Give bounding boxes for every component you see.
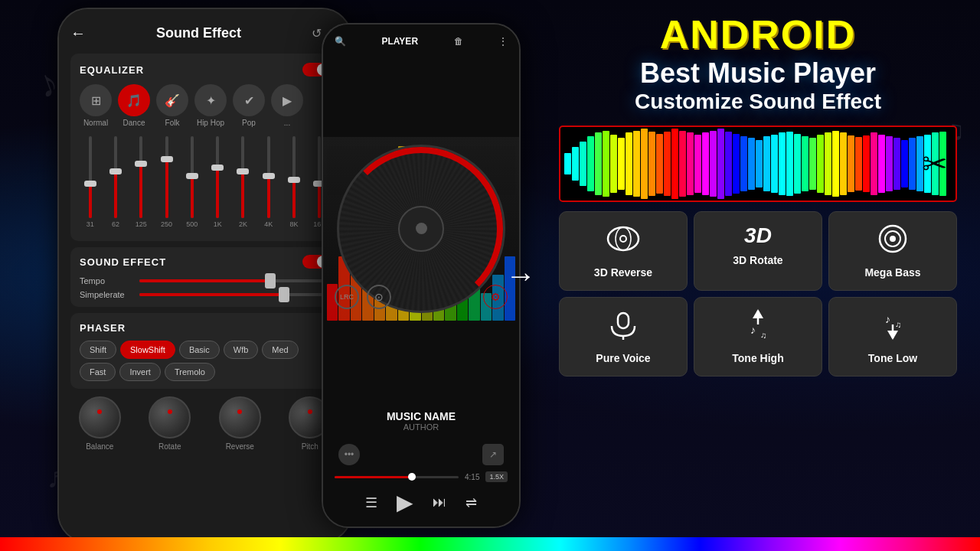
tempo-label: Tempo <box>80 276 133 285</box>
pure-voice-icon <box>604 309 642 346</box>
eq-band-500[interactable]: 500 <box>181 136 202 228</box>
phaser-med[interactable]: Med <box>262 341 298 359</box>
preset-normal[interactable]: ⊞ Normal <box>80 84 112 127</box>
eq-band-8k[interactable]: 8K <box>283 136 304 228</box>
knob-reverse-item: Reverse <box>219 396 261 451</box>
wave-bar <box>626 132 632 195</box>
preset-hiphop-icon: ✦ <box>194 84 227 116</box>
eq-band-125[interactable]: 125 <box>131 136 152 228</box>
right-panel: ANDROID Best Music Player Customize Soun… <box>559 11 957 377</box>
next-button[interactable]: ⏭ <box>433 494 446 510</box>
eq-track-16k[interactable] <box>318 136 321 218</box>
eq-band-2k[interactable]: 2K <box>233 136 253 228</box>
player-action-btns: LRC ⊙ <box>335 285 391 309</box>
eq-track-1k[interactable] <box>216 136 219 218</box>
progress-row: 4:15 1.5X <box>335 471 508 482</box>
knob-pitch-dot <box>308 409 312 414</box>
play-button[interactable]: ▶ <box>397 490 413 515</box>
wave-bar <box>717 129 724 198</box>
simpelerate-row: Simpelerate <box>80 290 330 299</box>
eq-track-2k[interactable] <box>241 136 244 218</box>
knob-rotate[interactable] <box>149 396 191 439</box>
eq-track-500[interactable] <box>191 136 194 218</box>
shuffle-button[interactable]: ⇌ <box>466 494 477 511</box>
eq-button[interactable]: ⊙ <box>367 285 391 309</box>
player-title: PLAYER <box>381 36 418 47</box>
wave-bar <box>580 142 586 186</box>
pure-voice-label: Pure Voice <box>596 352 650 364</box>
effect-pure-voice[interactable]: Pure Voice <box>559 297 688 377</box>
tempo-slider[interactable] <box>139 279 330 282</box>
wave-bar <box>679 131 686 197</box>
arrow-right: → <box>505 259 536 293</box>
3d-rotate-icon: 3D <box>744 223 772 248</box>
band-label-31: 31 <box>87 220 94 228</box>
svg-text:♫: ♫ <box>895 320 901 329</box>
simpelerate-slider[interactable] <box>139 293 330 296</box>
back-button[interactable]: ← <box>70 24 86 42</box>
wave-bar <box>832 131 839 197</box>
phaser-wfb[interactable]: Wfb <box>224 341 259 359</box>
waveform-bars <box>560 127 956 201</box>
eq-band-250[interactable]: 250 <box>156 136 177 228</box>
refresh-icon[interactable]: ↺ <box>312 26 322 41</box>
wave-bar <box>641 129 648 198</box>
effect-tone-high[interactable]: ♪ ♫ Tone High <box>694 297 822 377</box>
eq-band-4k[interactable]: 4K <box>258 136 279 228</box>
search-icon[interactable]: 🔍 <box>335 36 346 47</box>
phaser-invert[interactable]: Invert <box>119 363 161 381</box>
preset-dance[interactable]: 🎵 Dance <box>118 84 150 127</box>
sound-effect-label: SOUND EFFECT <box>80 256 166 268</box>
wave-bar <box>702 132 709 195</box>
share-button[interactable]: ↗ <box>482 444 504 465</box>
eq-band-31[interactable]: 31 <box>80 136 100 228</box>
wave-bar <box>671 129 678 198</box>
eq-track-31[interactable] <box>89 136 92 218</box>
title-customize: Customize Sound Effect <box>559 90 957 114</box>
tone-low-icon: ♪ ♫ <box>874 309 912 346</box>
phaser-basic[interactable]: Basic <box>179 341 220 359</box>
3d-reverse-label: 3D Reverse <box>594 266 652 279</box>
phaser-shift[interactable]: Shift <box>80 341 116 359</box>
eq-track-62[interactable] <box>114 136 117 218</box>
phaser-slowshift[interactable]: SlowShift <box>120 341 175 359</box>
knobs-row: Balance Rotate Reverse Pitch <box>70 396 339 451</box>
knob-balance[interactable] <box>79 396 121 439</box>
playlist-button[interactable]: ☰ <box>365 494 377 511</box>
eq-track-8k[interactable] <box>292 136 296 218</box>
preset-pop[interactable]: ✔ Pop <box>233 84 265 127</box>
more-options-button[interactable]: ••• <box>338 444 360 465</box>
preset-normal-icon: ⊞ <box>80 84 112 116</box>
settings-button[interactable]: ⚙ <box>483 285 508 309</box>
effect-tone-low[interactable]: ♪ ♫ Tone Low <box>828 297 957 377</box>
phaser-fast[interactable]: Fast <box>80 363 116 381</box>
tone-high-label: Tone High <box>732 352 783 364</box>
eq-track-250[interactable] <box>165 136 168 218</box>
effect-mega-bass[interactable]: Mega Bass <box>828 211 957 291</box>
trash-icon[interactable]: 🗑 <box>454 36 463 47</box>
effect-3d-rotate[interactable]: 3D 3D Rotate <box>694 211 822 291</box>
phaser-tremolo[interactable]: Tremolo <box>165 363 215 381</box>
eq-band-1k[interactable]: 1K <box>207 136 227 228</box>
player-header: 🔍 PLAYER 🗑 ⋮ <box>323 24 519 53</box>
preset-next[interactable]: ▶ ... <box>271 84 303 127</box>
preset-folk-label: Folk <box>165 119 180 127</box>
lrc-button[interactable]: LRC <box>335 285 359 309</box>
knob-reverse-label: Reverse <box>226 442 254 451</box>
eq-band-62[interactable]: 62 <box>105 136 126 228</box>
progress-bar[interactable] <box>335 476 459 478</box>
knob-reverse[interactable] <box>219 396 261 439</box>
sound-effect-header: SOUND EFFECT <box>80 255 330 269</box>
music-player: 🔍 PLAYER 🗑 ⋮ <box>323 24 519 527</box>
eq-track-125[interactable] <box>139 136 142 218</box>
wave-bar <box>603 131 609 197</box>
bottom-rainbow-bar <box>0 537 980 551</box>
wave-bar <box>855 137 862 190</box>
eq-track-4k[interactable] <box>267 136 270 218</box>
preset-folk[interactable]: 🎸 Folk <box>156 84 188 127</box>
effect-3d-reverse[interactable]: 3D Reverse <box>559 211 688 291</box>
preset-hiphop[interactable]: ✦ Hip Hop <box>194 84 227 127</box>
mega-bass-label: Mega Bass <box>864 266 920 279</box>
menu-icon[interactable]: ⋮ <box>498 36 508 47</box>
speed-badge[interactable]: 1.5X <box>485 471 508 482</box>
